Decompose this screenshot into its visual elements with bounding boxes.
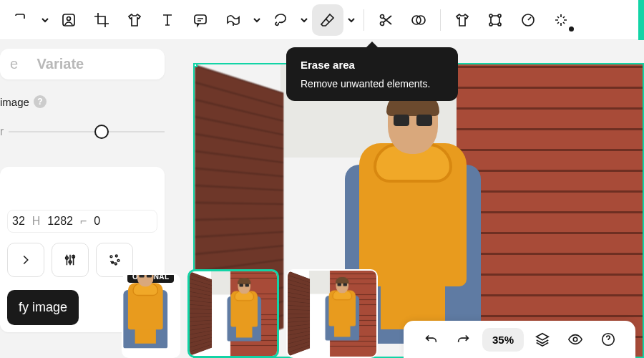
- lasso-tool-button[interactable]: [265, 4, 296, 36]
- sparkle-tool-button[interactable]: [545, 4, 577, 36]
- svg-point-7: [489, 14, 492, 17]
- adjustments-button[interactable]: [52, 243, 89, 277]
- rotation-value[interactable]: 0: [94, 215, 100, 228]
- chevron-down-icon[interactable]: [39, 4, 52, 36]
- bottom-bar: 35%: [404, 321, 635, 358]
- unknown-tool-button[interactable]: [6, 4, 37, 36]
- height-value[interactable]: 1282: [47, 215, 73, 228]
- mode-tabs-panel: e Variate: [0, 49, 165, 79]
- selection-handle-tl[interactable]: [193, 63, 197, 67]
- shirt-tool-button[interactable]: [119, 4, 150, 36]
- apparel-tool-button[interactable]: [447, 4, 478, 36]
- rotation-label: ⌐: [80, 215, 87, 228]
- redo-button[interactable]: [449, 325, 478, 354]
- tooltip-title: Erase area: [301, 59, 444, 71]
- chat-tool-button[interactable]: [185, 4, 216, 36]
- portrait-tool-button[interactable]: [53, 4, 84, 36]
- chevron-down-icon[interactable]: [250, 4, 263, 36]
- eraser-tooltip: Erase area Remove unwanted elements.: [286, 47, 458, 101]
- width-value: 32: [12, 215, 25, 228]
- svg-point-20: [573, 337, 577, 342]
- layers-button[interactable]: [528, 325, 557, 354]
- nodes-tool-button[interactable]: [479, 4, 511, 36]
- svg-rect-2: [195, 15, 206, 24]
- zoom-level[interactable]: 35%: [482, 328, 524, 352]
- overlap-tool-button[interactable]: [403, 4, 434, 36]
- accent-edge: [638, 0, 644, 40]
- svg-point-3: [381, 14, 384, 18]
- preview-button[interactable]: [561, 325, 590, 354]
- dimensions-row: 32 H 1282 ⌐ 0: [7, 210, 157, 233]
- slider-track[interactable]: [9, 131, 165, 132]
- crop-tool-button[interactable]: [86, 4, 117, 36]
- help-button[interactable]: [594, 325, 623, 354]
- svg-point-9: [489, 23, 492, 26]
- tab-variate[interactable]: Variate: [31, 50, 84, 74]
- svg-point-10: [498, 23, 501, 26]
- eraser-tool-button[interactable]: [312, 4, 343, 36]
- help-icon[interactable]: ?: [34, 95, 47, 108]
- thumbnail-original[interactable]: ORIGINAL: [122, 274, 180, 358]
- expand-button[interactable]: [7, 243, 44, 277]
- strength-slider[interactable]: r: [0, 125, 165, 138]
- thumbnail-strip: ORIGINAL: [122, 269, 378, 358]
- svg-point-4: [381, 21, 384, 25]
- svg-point-1: [67, 16, 71, 20]
- height-label: H: [32, 215, 41, 228]
- tab-prefix: e: [10, 56, 18, 72]
- svg-point-15: [110, 256, 112, 258]
- scissors-tool-button[interactable]: [370, 4, 401, 36]
- gauge-tool-button[interactable]: [512, 4, 544, 36]
- thumbnail-variant-2[interactable]: [286, 269, 378, 358]
- chevron-down-icon[interactable]: [298, 4, 311, 36]
- badge-dot-icon: [569, 26, 574, 32]
- svg-point-16: [115, 255, 117, 257]
- top-toolbar: [0, 0, 644, 40]
- svg-point-8: [498, 14, 501, 17]
- undo-button[interactable]: [416, 325, 445, 354]
- apply-image-button[interactable]: fy image: [7, 290, 79, 325]
- toolbar-divider: [440, 9, 441, 31]
- toolbar-divider: [364, 9, 364, 31]
- image-label-row: image ?: [0, 95, 165, 108]
- svg-point-17: [117, 260, 119, 262]
- image-label: image: [0, 96, 29, 108]
- text-tool-button[interactable]: [152, 4, 183, 36]
- svg-point-19: [114, 263, 117, 265]
- thumbnail-variant-1[interactable]: [187, 269, 279, 358]
- tooltip-description: Remove unwanted elements.: [301, 78, 444, 90]
- chevron-down-icon[interactable]: [345, 4, 358, 36]
- slider-thumb[interactable]: [94, 125, 109, 139]
- fill-tool-button[interactable]: [218, 4, 249, 36]
